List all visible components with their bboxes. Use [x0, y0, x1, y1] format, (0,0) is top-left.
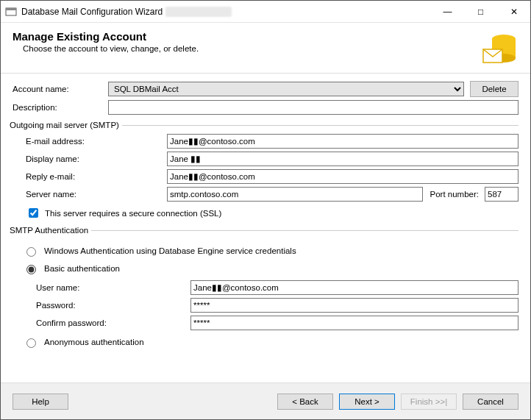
maximize-button[interactable]: □: [464, 1, 497, 23]
windows-auth-label: Windows Authentication using Database En…: [44, 246, 296, 255]
port-input[interactable]: [485, 187, 518, 202]
help-button[interactable]: Help: [13, 394, 68, 410]
close-button[interactable]: ✕: [497, 1, 530, 23]
password-label: Password:: [36, 301, 190, 310]
auth-legend: SMTP Authentication: [10, 226, 91, 235]
page-title: Manage Existing Account: [13, 30, 482, 43]
wizard-header: Manage Existing Account Choose the accou…: [1, 23, 530, 74]
basic-auth-radio[interactable]: [26, 265, 36, 274]
smtp-group: Outgoing mail server (SMTP) E-mail addre…: [13, 121, 518, 220]
anonymous-auth-label: Anonymous authentication: [44, 338, 144, 346]
port-label: Port number:: [430, 190, 479, 199]
back-button[interactable]: < Back: [277, 394, 333, 410]
svg-rect-1: [6, 8, 16, 10]
delete-button[interactable]: Delete: [470, 81, 518, 97]
account-name-label: Account name:: [13, 85, 108, 93]
email-input[interactable]: [167, 134, 518, 149]
page-subtitle: Choose the account to view, change, or d…: [13, 44, 482, 53]
confirm-password-label: Confirm password:: [36, 318, 190, 327]
reply-email-input[interactable]: [167, 169, 518, 184]
server-name-label: Server name:: [13, 190, 167, 199]
windows-auth-radio-row[interactable]: Windows Authentication using Database En…: [23, 245, 518, 257]
display-name-label: Display name:: [13, 154, 167, 163]
wizard-footer: Help < Back Next > Finish >>| Cancel: [1, 382, 530, 419]
anonymous-auth-radio[interactable]: [26, 338, 36, 348]
account-name-select[interactable]: SQL DBMail Acct: [108, 82, 464, 96]
email-label: E-mail address:: [13, 137, 167, 146]
confirm-password-input[interactable]: [190, 316, 518, 330]
basic-auth-radio-row[interactable]: Basic authentication: [23, 263, 518, 274]
dialog-window: Database Mail Configuration Wizard — □ ✕…: [0, 0, 531, 420]
windows-auth-radio[interactable]: [26, 247, 36, 257]
reply-email-label: Reply e-mail:: [13, 172, 167, 181]
ssl-checkbox-row[interactable]: This server requires a secure connection…: [26, 206, 518, 220]
app-icon: [5, 6, 17, 18]
auth-group: SMTP Authentication Windows Authenticati…: [13, 226, 518, 354]
password-input[interactable]: [190, 298, 518, 313]
ssl-label: This server requires a secure connection…: [45, 209, 221, 218]
username-input[interactable]: [190, 280, 518, 295]
username-label: User name:: [36, 283, 190, 292]
description-label: Description:: [13, 103, 108, 112]
title-redaction: [165, 7, 232, 17]
window-title: Database Mail Configuration Wizard: [21, 7, 163, 17]
minimize-button[interactable]: —: [431, 1, 464, 23]
display-name-input[interactable]: [167, 152, 518, 166]
ssl-checkbox[interactable]: [29, 208, 38, 218]
anonymous-auth-radio-row[interactable]: Anonymous authentication: [23, 336, 518, 348]
cancel-button[interactable]: Cancel: [463, 394, 518, 410]
titlebar: Database Mail Configuration Wizard — □ ✕: [1, 1, 530, 23]
next-button[interactable]: Next >: [339, 394, 395, 410]
description-input[interactable]: [108, 100, 518, 115]
database-mail-icon: [482, 30, 518, 67]
basic-auth-label: Basic authentication: [44, 264, 120, 273]
smtp-legend: Outgoing mail server (SMTP): [10, 121, 122, 129]
server-name-input[interactable]: [167, 187, 423, 202]
finish-button: Finish >>|: [401, 394, 457, 410]
form-body: Account name: SQL DBMail Acct Delete Des…: [1, 74, 530, 354]
